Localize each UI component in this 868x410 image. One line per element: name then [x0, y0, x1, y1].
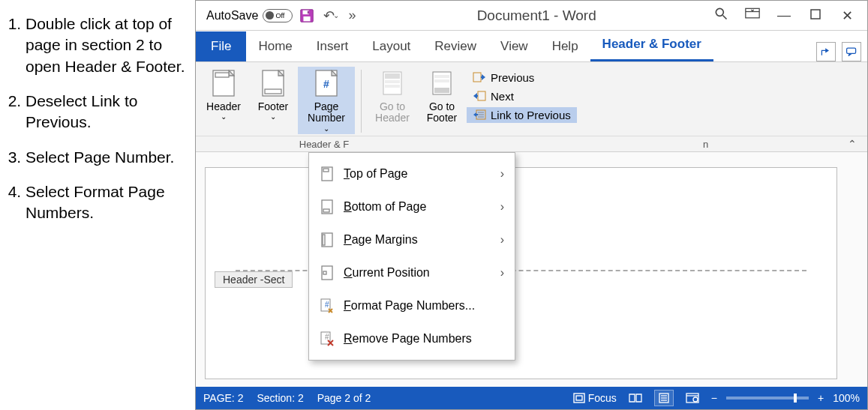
menu-format-page-numbers[interactable]: # Format Page Numbers... — [309, 289, 515, 322]
status-bar: PAGE: 2 Section: 2 Page 2 of 2 Focus − +… — [196, 387, 867, 409]
svg-rect-21 — [385, 80, 400, 83]
read-mode-icon[interactable] — [626, 390, 645, 406]
ribbon-tabs: File Home Insert Layout Review View Help… — [196, 31, 867, 62]
svg-point-4 — [716, 8, 723, 16]
undo-button[interactable]: ↶⌄ — [321, 6, 341, 25]
maximize-icon[interactable] — [807, 7, 824, 23]
nav-previous[interactable]: Previous — [467, 70, 577, 85]
autosave-switch[interactable]: Off — [263, 9, 293, 22]
minimize-icon[interactable]: — — [776, 7, 792, 23]
qat-overflow[interactable]: » — [345, 7, 360, 23]
tab-header-footer[interactable]: Header & Footer — [590, 29, 713, 61]
menu-bottom-icon — [320, 199, 335, 215]
zoom-slider[interactable] — [726, 397, 809, 400]
nav-next[interactable]: Next — [467, 88, 577, 104]
svg-rect-2 — [304, 16, 311, 20]
autosave-toggle[interactable]: AutoSave Off — [206, 9, 293, 22]
tab-insert[interactable]: Insert — [305, 31, 361, 61]
focus-mode-button[interactable]: Focus — [573, 392, 617, 404]
menu-current-position[interactable]: Current Position › — [309, 256, 515, 289]
next-icon — [473, 91, 486, 103]
document-canvas[interactable]: Header -Sect Top of Page › Bottom of Pag… — [196, 152, 867, 387]
svg-rect-25 — [434, 79, 449, 82]
instruction-4: Select Format Page Numbers. — [26, 181, 191, 224]
tab-file[interactable]: File — [196, 31, 246, 61]
svg-rect-20 — [385, 73, 400, 79]
svg-rect-48 — [576, 396, 582, 400]
menu-page-margins[interactable]: Page Margins › — [309, 223, 515, 256]
status-page[interactable]: PAGE: 2 — [203, 392, 243, 404]
status-pages[interactable]: Page 2 of 2 — [317, 392, 371, 404]
save-icon[interactable] — [297, 6, 317, 25]
tab-layout[interactable]: Layout — [360, 31, 422, 61]
instruction-panel: Double click at top of page in section 2… — [0, 0, 195, 410]
page-number-button[interactable]: # Page Number ⌄ — [298, 67, 355, 134]
group-label-nav-clipped: n — [703, 139, 708, 150]
menu-top-label: op of Page — [350, 167, 407, 180]
svg-text:#: # — [323, 78, 329, 90]
menu-current-label: urrent Position — [353, 266, 430, 279]
goto-footer-label: Go to Footer — [419, 101, 465, 124]
tab-view[interactable]: View — [488, 31, 540, 61]
header-page-icon — [210, 68, 237, 98]
close-icon[interactable]: ✕ — [839, 7, 855, 24]
chevron-right-icon: › — [500, 233, 504, 247]
menu-remove-page-numbers[interactable]: # Remove Page Numbers — [309, 322, 515, 355]
zoom-in-button[interactable]: + — [818, 392, 824, 404]
menu-format-icon: # — [320, 298, 335, 314]
menu-bottom-of-page[interactable]: Bottom of Page › — [309, 190, 515, 223]
nav-next-label: Next — [491, 90, 514, 103]
page-surface[interactable]: Header -Sect — [205, 167, 837, 379]
header-button[interactable]: Header ⌄ — [199, 67, 248, 134]
status-section[interactable]: Section: 2 — [257, 392, 303, 404]
menu-remove-icon: # — [320, 331, 335, 347]
svg-rect-22 — [385, 85, 400, 88]
page-number-label: Page Number — [299, 101, 353, 124]
nav-previous-label: Previous — [491, 71, 534, 84]
previous-icon — [473, 72, 486, 84]
collapse-ribbon-icon[interactable]: ⌃ — [848, 138, 857, 150]
svg-rect-27 — [473, 73, 481, 82]
tab-review[interactable]: Review — [422, 31, 488, 61]
zoom-out-button[interactable]: − — [711, 392, 717, 404]
menu-bottom-label: ottom of Page — [352, 200, 427, 213]
instruction-2: Deselect Link to Previous. — [26, 91, 191, 133]
menu-format-label: ormat Page Numbers... — [351, 299, 475, 312]
header-section-label: Header -Sect — [215, 271, 293, 288]
svg-text:#: # — [325, 333, 329, 341]
print-layout-icon[interactable] — [654, 390, 674, 406]
svg-rect-24 — [434, 75, 449, 78]
svg-text:#: # — [325, 301, 329, 309]
zoom-level[interactable]: 100% — [833, 392, 860, 404]
tab-help[interactable]: Help — [540, 31, 590, 61]
word-window: AutoSave Off ↶⌄ » Document1 - Word — — [195, 0, 868, 410]
svg-rect-15 — [265, 89, 281, 94]
web-layout-icon[interactable] — [683, 390, 702, 406]
svg-rect-9 — [847, 48, 856, 53]
share-icon[interactable] — [816, 42, 836, 61]
page-number-icon: # — [313, 68, 340, 98]
ribbon-display-icon[interactable] — [744, 7, 761, 23]
svg-rect-28 — [478, 91, 485, 100]
tab-home[interactable]: Home — [246, 31, 304, 61]
goto-footer-button[interactable]: Go to Footer — [417, 67, 467, 126]
comments-icon[interactable] — [842, 42, 861, 61]
search-icon[interactable] — [713, 6, 729, 25]
goto-footer-icon — [428, 68, 455, 98]
chevron-right-icon: › — [500, 167, 504, 181]
page-number-menu: Top of Page › Bottom of Page › Page Marg… — [308, 152, 515, 361]
footer-button[interactable]: Footer ⌄ — [248, 67, 298, 134]
menu-margins-label: age Margins — [352, 233, 418, 246]
goto-header-icon — [379, 68, 406, 98]
menu-margins-icon — [320, 232, 335, 248]
instruction-3: Select Page Number. — [26, 147, 191, 168]
chevron-right-icon: › — [500, 266, 504, 280]
nav-link-to-previous[interactable]: Link to Previous — [467, 107, 577, 123]
header-button-label: Header — [206, 101, 241, 112]
instruction-1: Double click at top of page in section 2… — [26, 13, 191, 77]
svg-rect-26 — [434, 88, 449, 93]
svg-rect-8 — [811, 10, 820, 19]
goto-header-label: Go to Header — [369, 101, 416, 124]
goto-header-button[interactable]: Go to Header — [368, 67, 417, 126]
menu-top-of-page[interactable]: Top of Page › — [309, 157, 515, 190]
